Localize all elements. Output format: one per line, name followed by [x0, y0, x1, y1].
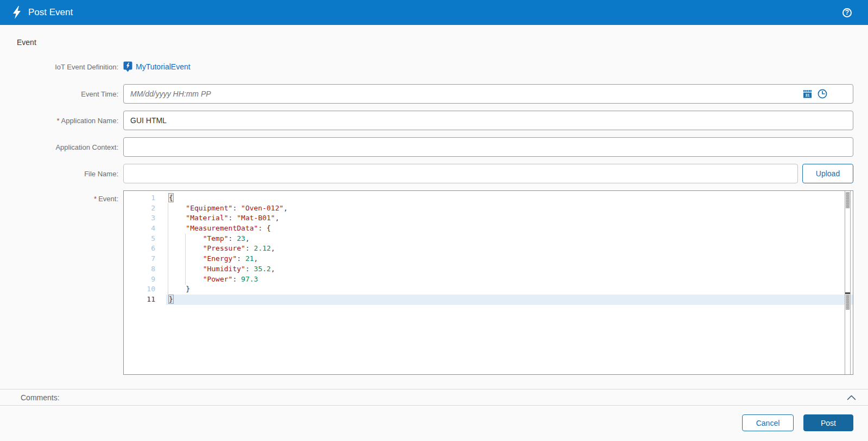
editor-line[interactable]: 1{ — [124, 193, 853, 203]
app-header: Post Event ? — [0, 0, 868, 25]
line-number: 1 — [124, 193, 166, 203]
editor-line[interactable]: 5 "Temp": 23, — [124, 234, 853, 244]
line-content: "MeasurementData": { — [166, 223, 853, 234]
editor-line[interactable]: 9 "Power": 97.3 — [124, 274, 853, 285]
collapse-comments-button[interactable] — [847, 395, 856, 400]
post-button[interactable]: Post — [803, 414, 853, 431]
line-content: "Equipment": "Oven-012", — [166, 203, 853, 214]
iot-event-definition-value: MyTutorialEvent — [136, 62, 191, 71]
iot-event-definition-label: IoT Event Definition: — [0, 63, 123, 71]
row-event: *Event: 1{2 "Equipment": "Oven-012",3 "M… — [0, 190, 853, 375]
chevron-up-icon — [847, 395, 856, 400]
line-number: 8 — [124, 264, 166, 274]
calendar-icon[interactable]: 31 — [803, 90, 812, 99]
editor-line[interactable]: 11} — [124, 295, 853, 305]
application-name-label: Application Name: — [61, 117, 119, 125]
event-time-input[interactable] — [123, 84, 853, 104]
line-content: } — [166, 295, 853, 305]
application-context-input[interactable] — [123, 137, 853, 157]
line-number: 5 — [124, 234, 166, 244]
line-content: "Material": "Mat-B01", — [166, 213, 853, 223]
footer-toolbar: Cancel Post — [0, 406, 868, 438]
page-title: Post Event — [28, 7, 73, 18]
line-number: 4 — [124, 223, 166, 234]
svg-text:31: 31 — [806, 93, 810, 97]
file-name-input[interactable] — [123, 164, 798, 183]
line-content: "Power": 97.3 — [166, 274, 853, 285]
upload-button[interactable]: Upload — [802, 164, 853, 183]
editor-scrollbar[interactable] — [845, 191, 851, 374]
section-title: Event — [17, 38, 853, 47]
application-context-label: Application Context: — [0, 143, 123, 151]
cancel-button[interactable]: Cancel — [742, 414, 794, 431]
row-event-time: Event Time: 31 — [0, 84, 853, 104]
editor-line[interactable]: 10 } — [124, 284, 853, 295]
row-file-name: File Name: Upload — [0, 164, 853, 183]
event-label: Event: — [98, 195, 118, 203]
post-event-icon — [12, 6, 22, 19]
indent-guide — [168, 203, 168, 295]
line-number: 6 — [124, 244, 166, 254]
required-asterisk: * — [56, 117, 59, 125]
comments-section: Comments: — [0, 389, 868, 406]
help-icon[interactable]: ? — [842, 8, 852, 17]
editor-line[interactable]: 8 "Humidity": 35.2, — [124, 264, 853, 274]
line-number: 9 — [124, 274, 166, 285]
editor-line[interactable]: 6 "Pressure": 2.12, — [124, 244, 853, 254]
editor-line[interactable]: 2 "Equipment": "Oven-012", — [124, 203, 853, 214]
clock-icon[interactable] — [818, 89, 827, 99]
line-content: "Humidity": 35.2, — [166, 264, 853, 274]
line-content: "Energy": 21, — [166, 254, 853, 264]
line-content: "Pressure": 2.12, — [166, 244, 853, 254]
line-content: { — [166, 193, 853, 203]
scrollbar-thumb-top[interactable] — [846, 192, 850, 208]
iot-event-definition-link[interactable]: MyTutorialEvent — [123, 61, 191, 72]
row-application-name: *Application Name: — [0, 111, 853, 130]
editor-line[interactable]: 4 "MeasurementData": { — [124, 223, 853, 234]
row-iot-event-definition: IoT Event Definition: MyTutorialEvent — [0, 59, 853, 75]
editor-lines: 1{2 "Equipment": "Oven-012",3 "Material"… — [124, 191, 853, 305]
line-number: 11 — [124, 295, 166, 305]
line-number: 2 — [124, 203, 166, 214]
line-content: "Temp": 23, — [166, 234, 853, 244]
required-asterisk: * — [94, 195, 97, 203]
indent-guide — [185, 234, 186, 285]
comments-label: Comments: — [21, 393, 60, 402]
application-name-input[interactable] — [123, 111, 853, 130]
line-number: 10 — [124, 284, 166, 295]
scrollbar-thumb-bottom[interactable] — [846, 295, 850, 310]
line-number: 3 — [124, 213, 166, 223]
file-name-label: File Name: — [0, 170, 123, 178]
event-code-editor[interactable]: 1{2 "Equipment": "Oven-012",3 "Material"… — [123, 190, 853, 375]
scrollbar-cursor-mark — [845, 292, 850, 294]
post-event-form: Event IoT Event Definition: MyTutorialEv… — [0, 38, 868, 375]
row-application-context: Application Context: — [0, 137, 853, 157]
editor-line[interactable]: 3 "Material": "Mat-B01", — [124, 213, 853, 223]
line-number: 7 — [124, 254, 166, 264]
event-definition-icon — [123, 61, 132, 72]
editor-line[interactable]: 7 "Energy": 21, — [124, 254, 853, 264]
event-time-label: Event Time: — [0, 90, 123, 98]
line-content: } — [166, 284, 853, 295]
